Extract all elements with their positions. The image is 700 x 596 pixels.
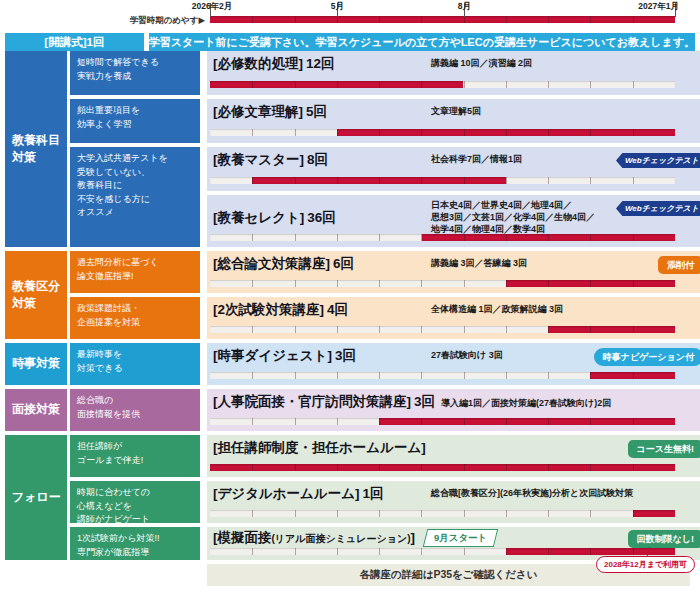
schedule-bar — [210, 234, 675, 241]
jiji-navigation-badge: 時事ナビゲーション付 — [594, 348, 700, 366]
opening-banner-message: 学習スタート前にご受講下さい。学習スケジュールの立て方やLECの受講生サービスに… — [149, 33, 695, 51]
schedule-bar — [210, 418, 675, 425]
course-detail: 全体構造編 1回／政策解説編 3回 — [431, 303, 563, 315]
usage-note: 2028年12月まで利用可 — [596, 556, 695, 573]
category-label: 時事対策 — [5, 343, 67, 385]
schedule-bar — [210, 177, 675, 184]
schedule-bar — [210, 548, 675, 555]
course-detail: 日本史4回／世界史4回／地理4回／ 思想3回／文芸1回／化学4回／生物4回／ 地… — [431, 199, 595, 235]
opening-banner-title: [開講式]1回 — [5, 33, 144, 51]
course-row: [教養セレクト]36回 日本史4回／世界史4回／地理4回／ 思想3回／文芸1回／… — [207, 195, 700, 247]
schedule-bar — [210, 464, 675, 471]
tensaku-badge: 添削付 — [658, 256, 700, 274]
course-count: 6回 — [333, 255, 354, 273]
course-description: 総合職の 面接情報を提供 — [70, 389, 200, 431]
course-count: 4回 — [327, 301, 348, 319]
course-row: [担任講師制度・担任ホームルーム] コース生無料! — [207, 435, 700, 477]
category-label: 教養科目 対策 — [5, 51, 67, 247]
web-check-test-badge: Webチェックテスト — [616, 201, 700, 216]
course-detail: 社会科学7回／情報1回 — [431, 153, 522, 165]
september-start-flag: 9月スタート — [423, 529, 499, 547]
schedule-bar — [210, 81, 675, 88]
course-row: [必修数的処理]12回 講義編 10回／演習編 2回 — [207, 51, 700, 95]
course-detail: 文章理解5回 — [431, 105, 481, 117]
course-count: 3回 — [335, 347, 356, 365]
unlimited-badge: 回数制限なし! — [628, 530, 700, 548]
course-schedule-chart: 学習時期のめやす▶ 2026年2月5月8月2027年1月 [開講式]1回 学習ス… — [0, 0, 700, 596]
course-description: 過去問分析に基づく 論文徹底指導! — [70, 251, 200, 293]
category-label: 面接対策 — [5, 389, 67, 431]
course-count: 8回 — [307, 151, 328, 169]
timeline: 学習時期のめやす▶ 2026年2月5月8月2027年1月 — [0, 0, 700, 32]
sections: 教養科目 対策 短時間で解答できる 実戦力を養成 [必修数的処理]12回 講義編… — [5, 51, 700, 564]
opening-banner: [開講式]1回 学習スタート前にご受講下さい。学習スケジュールの立て方やLECの… — [5, 33, 695, 51]
course-count: 12回 — [306, 55, 335, 73]
course-row: [デジタルホームルーム]1回 総合職[教養区分](26年秋実施)分析と次回試験対… — [207, 481, 700, 523]
course-title: [必修数的処理] — [213, 55, 303, 73]
course-description: 大学入試共通テストを 受験していない、 教養科目に 不安を感じる方に オススメ — [70, 147, 200, 247]
timeline-ticks: 2026年2月5月8月2027年1月 — [210, 0, 675, 32]
category-label: 教養区分 対策 — [5, 251, 67, 339]
course-detail: 講義編 3回／答練編 3回 — [431, 257, 527, 269]
course-title: [人事院面接・官庁訪問対策講座] — [213, 393, 411, 411]
course-title: [時事ダイジェスト] — [213, 347, 332, 365]
schedule-bar — [210, 280, 675, 287]
timeline-date-label: 2027年1月 — [638, 1, 679, 13]
schedule-bar — [210, 129, 675, 136]
section-mensetsu: 面接対策 総合職の 面接情報を提供 [人事院面接・官庁訪問対策講座]3回導入編1… — [5, 389, 700, 431]
timeline-date-label: 2026年2月 — [192, 1, 233, 13]
section-kyoyo-kubun: 教養区分 対策 過去問分析に基づく 論文徹底指導! [総合論文対策講座]6回 講… — [5, 251, 700, 339]
schedule-bar — [210, 372, 675, 379]
course-count: 1回 — [363, 485, 384, 503]
course-count: 36回 — [307, 209, 336, 227]
schedule-bar — [210, 510, 675, 517]
course-row: [教養マスター]8回 社会科学7回／情報1回 Webチェックテスト — [207, 147, 700, 191]
course-description: 時期に合わせての 心構えなどを 講師がナビゲート — [70, 481, 200, 523]
course-description: 1次試験前から対策!! 専門家が徹底指導 — [70, 527, 200, 560]
course-description: 短時間で解答できる 実戦力を養成 — [70, 51, 200, 95]
course-title: [必修文章理解] — [213, 103, 303, 121]
timeline-date-label: 8月 — [458, 1, 471, 13]
category-label: フォロー — [5, 435, 67, 560]
course-row: [総合論文対策講座]6回 講義編 3回／答練編 3回 添削付 — [207, 251, 700, 293]
web-check-test-badge: Webチェックテスト — [616, 153, 700, 168]
course-title: [デジタルホームルーム] — [213, 485, 360, 503]
course-row: [人事院面接・官庁訪問対策講座]3回導入編1回／面接対策編(27春試験向け)2回 — [207, 389, 700, 431]
course-description: 頻出重要項目を 効率よく学習 — [70, 99, 200, 143]
course-detail: 講義編 10回／演習編 2回 — [431, 57, 532, 69]
course-free-badge: コース生無料! — [628, 440, 700, 458]
course-title: [模擬面接 — [213, 529, 272, 547]
course-description: 政策課題討議・ 企画提案を対策 — [70, 297, 200, 339]
course-title-sub: (リアル面接シミュレーション) — [272, 532, 411, 546]
course-count: 5回 — [306, 103, 327, 121]
course-row: [時事ダイジェスト]3回 27春試験向け 3回 時事ナビゲーション付 — [207, 343, 700, 385]
course-title: [2次試験対策講座] — [213, 301, 324, 319]
course-description: 最新時事を 対策できる — [70, 343, 200, 385]
course-count: 3回 — [414, 393, 435, 411]
course-detail: 導入編1回／面接対策編(27春試験向け)2回 — [441, 397, 611, 410]
section-follow: フォロー 担任講師が ゴールまで伴走! [担任講師制度・担任ホームルーム] コー… — [5, 435, 700, 560]
course-title: [教養セレクト] — [213, 209, 304, 227]
timeline-guide-label: 学習時期のめやす▶ — [55, 15, 205, 27]
course-description: 担任講師が ゴールまで伴走! — [70, 435, 200, 477]
course-row: [2次試験対策講座]4回 全体構造編 1回／政策解説編 3回 — [207, 297, 700, 339]
course-row: [必修文章理解]5回 文章理解5回 — [207, 99, 700, 143]
section-kyoyo-kamoku: 教養科目 対策 短時間で解答できる 実戦力を養成 [必修数的処理]12回 講義編… — [5, 51, 700, 247]
course-title: [教養マスター] — [213, 151, 304, 169]
section-jiji: 時事対策 最新時事を 対策できる [時事ダイジェスト]3回 27春試験向け 3回… — [5, 343, 700, 385]
course-title: [担任講師制度・担任ホームルーム] — [213, 439, 426, 457]
course-detail: 総合職[教養区分](26年秋実施)分析と次回試験対策 — [431, 487, 633, 499]
schedule-bar — [210, 326, 675, 333]
course-title: [総合論文対策講座] — [213, 255, 330, 273]
timeline-date-label: 5月 — [331, 1, 344, 13]
course-detail: 27春試験向け 3回 — [431, 349, 503, 361]
